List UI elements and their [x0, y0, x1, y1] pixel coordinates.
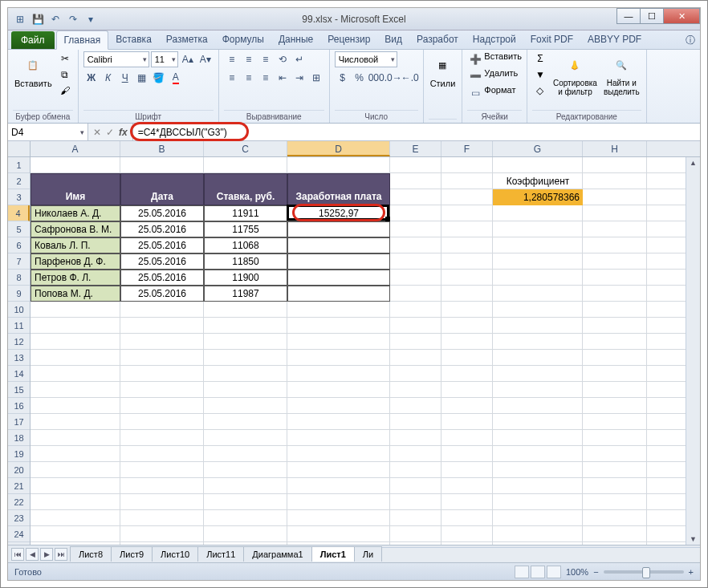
row-header-5[interactable]: 5 [8, 221, 30, 237]
ribbon-tab-8[interactable]: Надстрой [466, 30, 523, 49]
cell-B9[interactable]: 25.05.2016 [120, 286, 204, 302]
align-right-icon[interactable]: ≡ [258, 70, 274, 86]
row-header-22[interactable]: 22 [8, 494, 30, 510]
col-header-C[interactable]: C [204, 141, 287, 156]
row-header-13[interactable]: 13 [8, 350, 30, 366]
sort-filter-button[interactable]: 👃 Сортировка и фильтр [551, 51, 599, 98]
vertical-scrollbar[interactable] [686, 157, 700, 545]
copy-icon[interactable]: ⧉ [57, 67, 73, 82]
find-select-button[interactable]: 🔍 Найти и выделить [602, 51, 641, 98]
enter-fx-icon[interactable]: ✓ [106, 127, 114, 138]
row-header-19[interactable]: 19 [8, 446, 30, 462]
zoom-in-button[interactable]: + [689, 567, 694, 577]
align-mid-icon[interactable]: ≡ [241, 51, 257, 67]
cell-G3[interactable]: 1,280578366 [493, 189, 583, 205]
number-format-combo[interactable]: Числовой [335, 51, 397, 67]
maximize-button[interactable]: ☐ [640, 8, 664, 24]
italic-button[interactable]: К [100, 70, 116, 86]
format-cells-button[interactable]: ▭Формат [467, 85, 515, 101]
fill-icon[interactable]: ▼ [532, 67, 548, 82]
align-left-icon[interactable]: ≡ [224, 70, 240, 86]
row-header-12[interactable]: 12 [8, 334, 30, 350]
minimize-button[interactable]: — [616, 8, 641, 24]
cell-D6[interactable] [287, 237, 390, 253]
bold-button[interactable]: Ж [83, 70, 100, 86]
cell-C8[interactable]: 11900 [204, 270, 287, 286]
cell-B3[interactable]: Дата [120, 173, 204, 205]
cell-A4[interactable]: Николаев А. Д. [31, 205, 120, 221]
file-tab[interactable]: Файл [11, 31, 55, 49]
col-header-B[interactable]: B [120, 141, 204, 156]
page-layout-view-icon[interactable] [531, 566, 545, 578]
row-header-3[interactable]: 3 [8, 189, 30, 205]
row-header-8[interactable]: 8 [8, 270, 30, 286]
zoom-slider[interactable] [604, 570, 684, 574]
merge-icon[interactable]: ⊞ [308, 70, 324, 86]
row-header-21[interactable]: 21 [8, 478, 30, 494]
select-all-corner[interactable] [8, 141, 31, 157]
sheet-nav-last[interactable]: ⏭ [55, 548, 67, 561]
cell-B4[interactable]: 25.05.2016 [120, 205, 204, 221]
autosum-icon[interactable]: Σ [532, 51, 548, 66]
page-break-view-icon[interactable] [547, 566, 561, 578]
sheet-nav-prev[interactable]: ◀ [26, 548, 39, 561]
qat-dropdown-icon[interactable]: ▾ [83, 12, 98, 26]
col-header-H[interactable]: H [583, 141, 647, 156]
col-header-D[interactable]: D [287, 141, 390, 156]
sheet-tab-Лист8[interactable]: Лист8 [70, 546, 112, 562]
sheet-tab-Ли[interactable]: Ли [354, 546, 382, 562]
row-header-9[interactable]: 9 [8, 286, 30, 302]
cells-area[interactable]: ИмяДатаСтавка, руб.Заработная платаНикол… [31, 157, 686, 545]
cell-D7[interactable] [287, 253, 390, 270]
border-button[interactable]: ▦ [134, 70, 150, 86]
comma-icon[interactable]: 000 [368, 70, 385, 86]
col-header-A[interactable]: A [31, 141, 120, 156]
ribbon-tab-7[interactable]: Разработ [409, 30, 466, 49]
cut-icon[interactable]: ✂ [57, 51, 73, 66]
cell-C3[interactable]: Ставка, руб. [204, 173, 287, 205]
row-header-18[interactable]: 18 [8, 430, 30, 446]
cell-A8[interactable]: Петров Ф. Л. [31, 270, 120, 286]
ribbon-tab-4[interactable]: Данные [271, 30, 320, 49]
row-header-24[interactable]: 24 [8, 526, 30, 542]
normal-view-icon[interactable] [515, 566, 529, 578]
cancel-fx-icon[interactable]: ✕ [93, 127, 101, 138]
font-name-combo[interactable]: Calibri [83, 51, 149, 67]
row-header-1[interactable]: 1 [8, 157, 30, 173]
row-header-7[interactable]: 7 [8, 253, 30, 270]
cell-B5[interactable]: 25.05.2016 [120, 221, 204, 237]
row-header-17[interactable]: 17 [8, 414, 30, 430]
underline-button[interactable]: Ч [117, 70, 133, 86]
cell-A3[interactable]: Имя [31, 173, 120, 205]
ribbon-tab-6[interactable]: Вид [377, 30, 409, 49]
undo-icon[interactable]: ↶ [48, 12, 63, 26]
shrink-font-icon[interactable]: A▾ [197, 51, 214, 67]
zoom-level[interactable]: 100% [566, 567, 588, 577]
insert-cells-button[interactable]: ➕Вставить [467, 51, 522, 67]
zoom-out-button[interactable]: − [593, 567, 598, 577]
cell-B8[interactable]: 25.05.2016 [120, 270, 204, 286]
redo-icon[interactable]: ↷ [66, 12, 80, 26]
sheet-nav-first[interactable]: ⏮ [11, 548, 24, 561]
cell-B7[interactable]: 25.05.2016 [120, 253, 204, 270]
cell-A6[interactable]: Коваль Л. П. [31, 237, 120, 253]
sheet-tab-Лист10[interactable]: Лист10 [152, 546, 198, 562]
align-bot-icon[interactable]: ≡ [258, 51, 274, 67]
currency-icon[interactable]: $ [335, 70, 351, 86]
col-header-F[interactable]: F [441, 141, 493, 156]
cell-A5[interactable]: Сафронова В. М. [31, 221, 120, 237]
cell-A7[interactable]: Парфенов Д. Ф. [31, 253, 120, 270]
align-top-icon[interactable]: ≡ [224, 51, 240, 67]
ribbon-tab-5[interactable]: Рецензир [320, 30, 377, 49]
row-header-4[interactable]: 4 [8, 205, 30, 221]
fill-color-button[interactable]: 🪣 [151, 70, 167, 86]
indent-dec-icon[interactable]: ⇤ [275, 70, 291, 86]
percent-icon[interactable]: % [352, 70, 368, 86]
sheet-tab-Лист9[interactable]: Лист9 [111, 546, 153, 562]
col-header-G[interactable]: G [493, 141, 583, 156]
fx-icon[interactable]: fx [119, 127, 128, 138]
row-header-23[interactable]: 23 [8, 510, 30, 526]
cell-C9[interactable]: 11987 [204, 286, 287, 302]
wrap-text-icon[interactable]: ↵ [291, 51, 307, 67]
cell-G2[interactable]: Коэффициент [493, 173, 583, 189]
